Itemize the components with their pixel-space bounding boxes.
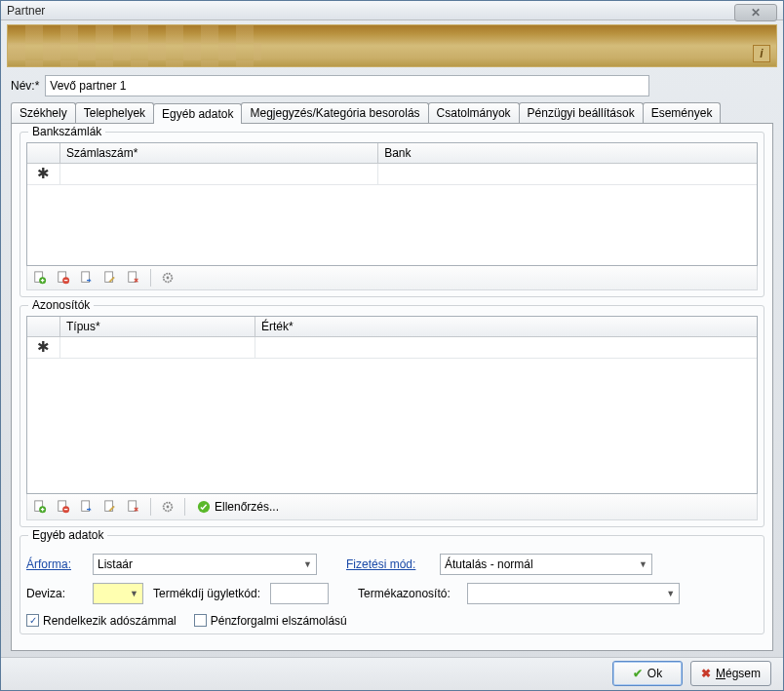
tab-telephelyek[interactable]: Telephelyek [75,102,154,123]
group-azonositok: Azonosítók Típus* Érték* ✱ [20,305,764,527]
add-button[interactable] [31,498,49,516]
export-button[interactable] [78,498,96,516]
name-label: Név:* [11,79,39,93]
chevron-down-icon: ▼ [666,589,675,598]
gear-icon [161,500,175,514]
verify-label: Ellenőrzés... [215,500,279,514]
new-row-marker: ✱ [27,337,60,358]
export-button[interactable] [78,269,96,287]
remove-button[interactable] [55,498,72,516]
arforma-select[interactable]: Listaár ▼ [93,554,317,575]
grid-ids-body: ✱ [27,337,757,493]
arforma-value: Listaár [98,557,133,571]
grid-bank-body: ✱ [27,164,757,265]
grid-bank-header: Számlaszám* Bank [27,143,757,164]
check-icon: ✔ [633,667,643,680]
group-bankszamlak: Bankszámlák Számlaszám* Bank ✱ [20,132,764,297]
adoszam-label: Rendelkezik adószámmal [43,614,176,628]
ids-header-marker [27,317,60,336]
settings-button[interactable] [159,269,176,287]
page-remove-icon [57,500,70,514]
page-delete-icon [127,500,140,514]
cancel-button[interactable]: ✖ Mégsem [690,661,771,686]
page-arrow-icon [80,271,94,285]
settings-button[interactable] [159,498,176,516]
add-button[interactable] [31,269,49,287]
remove-button[interactable] [55,269,72,287]
ids-header-value[interactable]: Érték* [255,317,757,336]
tab-panel-egyeb: Bankszámlák Számlaszám* Bank ✱ [11,123,773,651]
gear-icon [161,271,175,285]
toolbar-ids: Ellenőrzés... [26,494,758,520]
page-delete-icon [127,271,140,285]
info-button[interactable]: i [753,45,770,62]
grid-bank[interactable]: Számlaszám* Bank ✱ [26,142,758,266]
fizmod-label[interactable]: Fizetési mód: [346,557,430,571]
page-edit-icon [103,271,117,285]
table-row[interactable]: ✱ [27,337,757,359]
titlebar[interactable]: Partner ✕ [1,1,783,20]
penzforgalmi-checkbox[interactable]: Pénzforgalmi elszámolású [194,614,347,628]
svg-rect-15 [129,501,137,512]
toolbar-separator [184,498,185,516]
termekdij-label: Termékdíj ügyletkód: [153,587,260,600]
fizmod-select[interactable]: Átutalás - normál ▼ [440,554,652,575]
tab-megjegyzes[interactable]: Megjegyzés/Kategória besorolás [241,102,428,123]
ids-cell-type[interactable] [60,337,255,358]
bank-header-bank[interactable]: Bank [378,143,757,163]
termekdij-input[interactable] [270,583,329,604]
bank-header-account[interactable]: Számlaszám* [60,143,378,163]
close-button[interactable]: ✕ [734,4,777,21]
bank-cell-account[interactable] [60,164,378,184]
check-circle-icon [197,500,211,514]
table-row[interactable]: ✱ [27,164,757,185]
tab-strip: Székhely Telephelyek Egyéb adatok Megjeg… [11,102,773,123]
toolbar-bank [26,266,758,290]
ok-button[interactable]: ✔ Ok [612,661,683,686]
chevron-down-icon: ▼ [639,559,647,569]
page-arrow-icon [80,500,94,514]
form-row-2: Deviza: ▼ Termékdíj ügyletkód: Termékazo… [26,583,758,604]
edit-button[interactable] [101,269,119,287]
verify-button[interactable]: Ellenőrzés... [193,497,283,517]
banner-decoration [8,25,261,67]
page-remove-icon [57,271,70,285]
info-icon: i [760,47,763,60]
tab-penzugyi[interactable]: Pénzügyi beállítások [519,102,644,123]
tab-szekhely[interactable]: Székhely [11,102,76,123]
svg-rect-6 [129,272,137,283]
tab-esemenyek[interactable]: Események [643,102,722,123]
bank-header-marker [27,143,60,163]
group-egyeb-adatok: Egyéb adatok Árforma: Listaár ▼ Fizetési… [20,535,764,634]
delete-button[interactable] [125,498,142,516]
chevron-down-icon: ▼ [130,589,138,598]
ids-header-type[interactable]: Típus* [60,317,255,336]
tab-csatolmanyok[interactable]: Csatolmányok [428,102,520,123]
dialog-button-bar: ✔ Ok ✖ Mégsem [1,657,783,690]
arforma-label[interactable]: Árforma: [26,557,83,571]
window-title: Partner [7,4,45,18]
tab-egyeb-adatok[interactable]: Egyéb adatok [153,103,242,124]
deviza-select[interactable]: ▼ [93,583,143,604]
header-banner: i [7,24,777,67]
adoszam-checkbox[interactable]: ✓ Rendelkezik adószámmal [26,614,176,628]
close-icon: ✕ [751,6,761,19]
penzforgalmi-label: Pénzforgalmi elszámolású [211,614,347,628]
page-edit-icon [103,500,117,514]
chevron-down-icon: ▼ [303,559,312,569]
termekazon-select[interactable]: ▼ [467,583,680,604]
checkbox-icon: ✓ [26,614,39,627]
partner-window: Partner ✕ i Név:* Székhely Telephelyek E… [0,0,784,691]
bank-cell-bank[interactable] [378,164,757,184]
toolbar-separator [150,269,151,287]
new-row-marker: ✱ [27,164,60,184]
ids-cell-value[interactable] [255,337,757,358]
group-title-ids: Azonosítók [28,298,94,312]
edit-button[interactable] [101,498,119,516]
delete-button[interactable] [125,269,142,287]
svg-point-17 [167,505,170,508]
checkbox-icon [194,614,207,627]
termekazon-label: Termékazonosító: [358,587,457,600]
name-input[interactable] [45,75,649,96]
grid-ids[interactable]: Típus* Érték* ✱ [26,316,758,494]
